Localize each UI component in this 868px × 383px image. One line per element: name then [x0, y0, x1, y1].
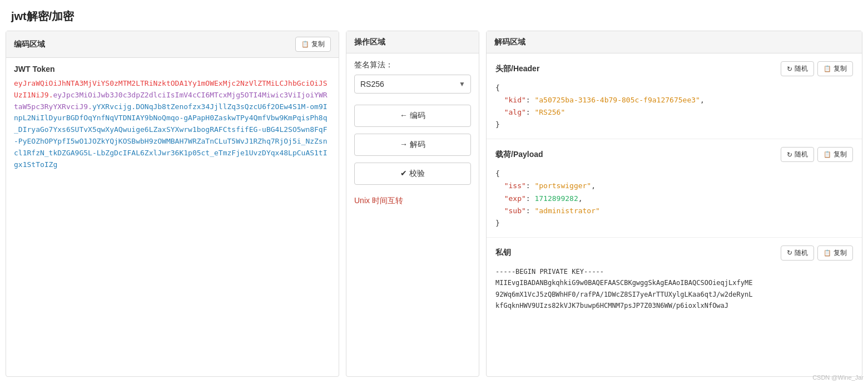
- copy-icon: 📋: [824, 151, 831, 158]
- encoding-panel-title: 编码区域: [14, 40, 45, 50]
- unix-time-link[interactable]: Unix 时间互转: [354, 196, 403, 205]
- payload-random-button[interactable]: ↻ 随机: [781, 147, 814, 162]
- decoding-panel: 解码区域 头部/Header ↻ 随机 📋 复制: [486, 31, 862, 377]
- decoding-panel-title: 解码区域: [494, 37, 525, 47]
- operation-buttons: ← 编码 → 解码 ✔ 校验: [354, 105, 471, 185]
- jwt-token-label: JWT Token: [14, 65, 331, 73]
- decode-button[interactable]: → 解码: [354, 134, 471, 156]
- encode-button[interactable]: ← 编码: [354, 105, 471, 127]
- decoding-panel-header: 解码区域: [487, 31, 862, 53]
- header-json-display: { "kid": "a50725ba-3136-4b79-805c-f9a127…: [495, 82, 853, 131]
- encoding-copy-button[interactable]: 📋 复制: [295, 37, 331, 52]
- watermark: CSDN @Wine_Jar: [812, 374, 864, 381]
- private-key-section-header: 私钥 ↻ 随机 📋 复制: [495, 245, 853, 261]
- copy-icon: 📋: [824, 249, 831, 257]
- header-section-header: 头部/Header ↻ 随机 📋 复制: [495, 61, 853, 76]
- header-random-button[interactable]: ↻ 随机: [781, 61, 814, 76]
- header-copy-button[interactable]: 📋 复制: [817, 61, 853, 76]
- payload-json-display: { "iss": "portswigger", "exp": 171289928…: [495, 168, 853, 229]
- copy-icon: 📋: [301, 41, 309, 48]
- private-key-copy-button[interactable]: 📋 复制: [817, 245, 853, 261]
- payload-copy-button[interactable]: 📋 复制: [817, 147, 853, 162]
- private-key-display: -----BEGIN PRIVATE KEY----- MIIEvgIBADAN…: [495, 266, 853, 312]
- encoding-panel: 编码区域 📋 复制 JWT Token eyJraWQiOiJhNTA3MjVi…: [6, 31, 339, 377]
- page-title: jwt解密/加密: [0, 0, 868, 31]
- private-key-btn-group: ↻ 随机 📋 复制: [781, 245, 853, 261]
- algo-select-wrap: RS256 HS256 RS384 HS384 RS512 HS512 ▼: [354, 75, 471, 94]
- payload-section-title: 载荷/Payload: [495, 150, 543, 160]
- operation-panel-title: 操作区域: [354, 37, 385, 47]
- algo-select[interactable]: RS256 HS256 RS384 HS384 RS512 HS512: [354, 75, 471, 94]
- encoding-panel-body: JWT Token eyJraWQiOiJhNTA3MjViYS0zMTM2LT…: [6, 58, 339, 376]
- payload-section: 载荷/Payload ↻ 随机 📋 复制 { "iss": "portswigg…: [487, 139, 862, 237]
- private-key-section: 私钥 ↻ 随机 📋 复制 -----BEGIN PRIVATE KEY-----…: [487, 238, 862, 320]
- operation-panel-header: 操作区域: [346, 31, 479, 53]
- verify-button[interactable]: ✔ 校验: [354, 163, 471, 185]
- jwt-signature-part: yYXRvcijg.DONqJb8tZenofzx34JjllZq3sQzcU6…: [14, 102, 328, 169]
- private-key-random-button[interactable]: ↻ 随机: [781, 245, 814, 261]
- copy-icon: 📋: [824, 65, 831, 72]
- refresh-icon: ↻: [787, 151, 792, 159]
- operation-panel-body: 签名算法： RS256 HS256 RS384 HS384 RS512 HS51…: [346, 53, 479, 376]
- header-btn-group: ↻ 随机 📋 复制: [781, 61, 853, 76]
- private-key-section-title: 私钥: [495, 248, 511, 258]
- refresh-icon: ↻: [787, 65, 792, 73]
- sign-algo-label: 签名算法：: [354, 60, 471, 70]
- operation-panel: 操作区域 签名算法： RS256 HS256 RS384 HS384 RS512…: [346, 31, 479, 377]
- header-section-title: 头部/Header: [495, 64, 539, 74]
- payload-btn-group: ↻ 随机 📋 复制: [781, 147, 853, 162]
- jwt-token-display: eyJraWQiOiJhNTA3MjViYS0zMTM2LTRiNzktODA1…: [14, 78, 331, 170]
- refresh-icon: ↻: [787, 249, 792, 257]
- payload-section-header: 载荷/Payload ↻ 随机 📋 复制: [495, 147, 853, 162]
- encoding-panel-header: 编码区域 📋 复制: [6, 31, 339, 58]
- decoding-panel-body: 头部/Header ↻ 随机 📋 复制 { "kid": "a50725ba-3…: [487, 53, 862, 376]
- header-section: 头部/Header ↻ 随机 📋 复制 { "kid": "a50725ba-3…: [487, 53, 862, 139]
